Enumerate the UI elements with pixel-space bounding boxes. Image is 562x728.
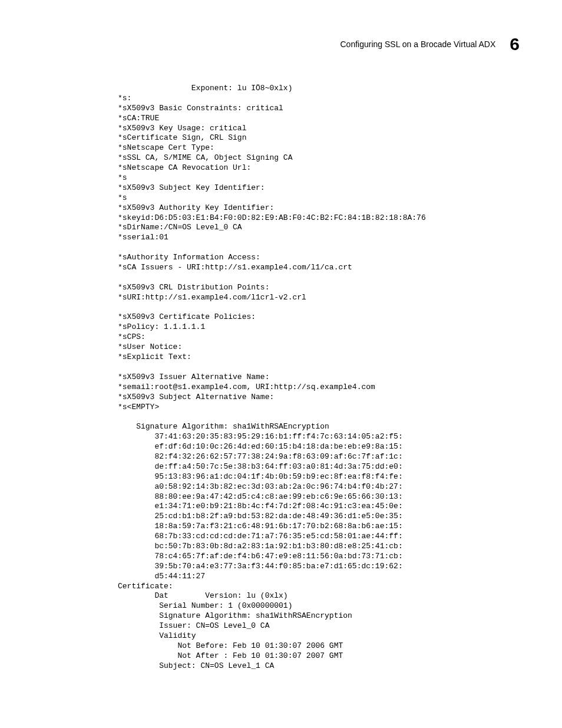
header-title: Configuring SSL on a Brocade Virtual ADX [340, 39, 495, 49]
certificate-output: Exponent: lu IÖ8~0xlx) *s: *sX509v3 Basi… [118, 84, 520, 671]
document-page: Configuring SSL on a Brocade Virtual ADX… [0, 0, 562, 695]
page-header: Configuring SSL on a Brocade Virtual ADX… [42, 34, 520, 54]
chapter-number: 6 [510, 34, 520, 54]
